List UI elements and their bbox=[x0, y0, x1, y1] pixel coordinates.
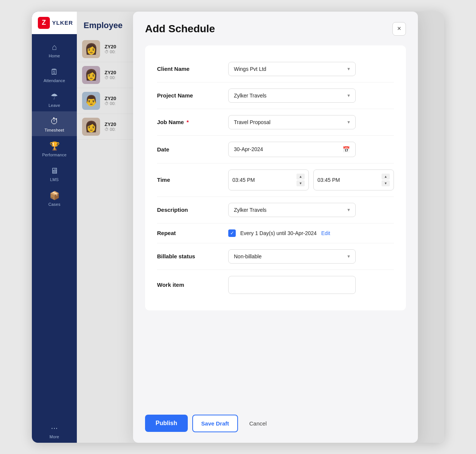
close-button[interactable]: × bbox=[392, 22, 406, 36]
project-name-control: Zylker Travels ▾ bbox=[228, 88, 394, 103]
time-label: Time bbox=[157, 177, 221, 183]
date-control: 30-Apr-2024 📅 bbox=[228, 142, 394, 157]
dialog-body: Client Name Wings Pvt Ltd ▾ Project Name bbox=[133, 42, 418, 407]
sidebar-item-label: LMS bbox=[50, 177, 58, 182]
leave-icon: ☂ bbox=[51, 92, 58, 102]
add-schedule-dialog: Add Schedule × Client Name Wings Pvt Ltd… bbox=[133, 12, 418, 443]
sidebar-item-label: Cases bbox=[48, 202, 60, 207]
sidebar-item-lms[interactable]: 🖥 LMS bbox=[32, 161, 77, 186]
timesheet-icon: ⏱ bbox=[50, 117, 58, 126]
time-start-spinners: ▲ ▼ bbox=[296, 174, 305, 186]
project-name-row: Project Name Zylker Travels ▾ bbox=[157, 82, 394, 109]
chevron-down-icon: ▾ bbox=[347, 253, 350, 259]
time-end-down-button[interactable]: ▼ bbox=[382, 180, 390, 186]
app-logo: Z YLKER bbox=[32, 12, 77, 34]
logo-name: YLKER bbox=[52, 19, 73, 26]
repeat-label: Repeat bbox=[157, 230, 221, 236]
time-group: 03:45 PM ▲ ▼ 03:45 PM bbox=[228, 169, 394, 190]
date-input[interactable]: 30-Apr-2024 📅 bbox=[228, 142, 356, 157]
job-name-value: Travel Proposal bbox=[234, 119, 271, 125]
work-item-label: Work item bbox=[157, 282, 221, 288]
dialog-header: Add Schedule × bbox=[133, 12, 418, 42]
time-start-field[interactable]: 03:45 PM ▲ ▼ bbox=[228, 169, 309, 190]
more-icon: ··· bbox=[51, 423, 58, 433]
cancel-button[interactable]: Cancel bbox=[242, 415, 274, 432]
sidebar-item-label: Home bbox=[49, 54, 60, 58]
repeat-row-inner: ✓ Every 1 Day(s) until 30-Apr-2024 Edit bbox=[228, 229, 394, 237]
billable-status-value: Non-billable bbox=[234, 253, 262, 259]
time-end-field[interactable]: 03:45 PM ▲ ▼ bbox=[313, 169, 394, 190]
client-name-label: Client Name bbox=[157, 66, 221, 72]
time-end-up-button[interactable]: ▲ bbox=[382, 174, 390, 180]
time-control: 03:45 PM ▲ ▼ 03:45 PM bbox=[228, 169, 394, 190]
dialog-footer: Publish Save Draft Cancel bbox=[133, 407, 418, 443]
repeat-checkbox[interactable]: ✓ bbox=[228, 229, 236, 237]
billable-status-row: Billable status Non-billable ▾ bbox=[157, 243, 394, 270]
home-icon: ⌂ bbox=[52, 42, 57, 52]
repeat-row: Repeat ✓ Every 1 Day(s) until 30-Apr-202… bbox=[157, 223, 394, 243]
repeat-control: ✓ Every 1 Day(s) until 30-Apr-2024 Edit bbox=[228, 229, 394, 237]
chevron-down-icon: ▾ bbox=[347, 119, 350, 125]
time-start-up-button[interactable]: ▲ bbox=[296, 174, 305, 180]
sidebar-item-timesheet[interactable]: ⏱ Timesheet bbox=[32, 111, 77, 136]
sidebar-item-label: Timesheet bbox=[45, 128, 64, 132]
job-name-row: Job Name * Travel Proposal ▾ bbox=[157, 109, 394, 136]
dialog-overlay: Add Schedule × Client Name Wings Pvt Ltd… bbox=[77, 12, 444, 443]
sidebar-item-home[interactable]: ⌂ Home bbox=[32, 37, 77, 62]
project-name-label: Project Name bbox=[157, 92, 221, 99]
job-name-control: Travel Proposal ▾ bbox=[228, 115, 394, 129]
repeat-text: Every 1 Day(s) until 30-Apr-2024 bbox=[240, 230, 317, 236]
billable-status-control: Non-billable ▾ bbox=[228, 249, 394, 264]
description-row: Description Zylker Travels ▾ bbox=[157, 197, 394, 223]
description-select[interactable]: Zylker Travels ▾ bbox=[228, 203, 356, 217]
project-name-select[interactable]: Zylker Travels ▾ bbox=[228, 88, 356, 103]
chevron-down-icon: ▾ bbox=[347, 93, 350, 98]
chevron-down-icon: ▾ bbox=[347, 66, 350, 72]
calendar-icon: 📅 bbox=[343, 146, 350, 153]
save-draft-button[interactable]: Save Draft bbox=[192, 415, 238, 432]
time-start-down-button[interactable]: ▼ bbox=[296, 180, 305, 186]
job-name-select[interactable]: Travel Proposal ▾ bbox=[228, 115, 356, 129]
repeat-edit-button[interactable]: Edit bbox=[321, 230, 330, 236]
cases-icon: 📦 bbox=[49, 191, 60, 201]
client-name-row: Client Name Wings Pvt Ltd ▾ bbox=[157, 56, 394, 82]
work-item-input[interactable] bbox=[228, 276, 356, 294]
sidebar-item-performance[interactable]: 🏆 Performance bbox=[32, 136, 77, 161]
attendance-icon: 🗓 bbox=[50, 67, 58, 77]
logo-icon: Z bbox=[38, 17, 50, 29]
main-content: Employee 👩 ZY20 ⏱ 00: 👩 ZY20 ⏱ 00: bbox=[77, 12, 444, 443]
sidebar-item-label: Performance bbox=[42, 153, 66, 157]
required-marker: * bbox=[185, 119, 189, 125]
chevron-down-icon: ▾ bbox=[347, 207, 350, 213]
sidebar-item-label: Leave bbox=[49, 103, 60, 108]
sidebar-item-more[interactable]: ··· More bbox=[32, 418, 77, 443]
time-row: Time 03:45 PM ▲ ▼ bbox=[157, 163, 394, 197]
sidebar-item-label: Attendance bbox=[43, 78, 65, 83]
form-card: Client Name Wings Pvt Ltd ▾ Project Name bbox=[145, 45, 406, 310]
sidebar-item-label: More bbox=[49, 435, 59, 439]
billable-status-select[interactable]: Non-billable ▾ bbox=[228, 249, 356, 264]
sidebar-item-leave[interactable]: ☂ Leave bbox=[32, 87, 77, 111]
lms-icon: 🖥 bbox=[50, 166, 58, 176]
time-end-spinners: ▲ ▼ bbox=[382, 174, 390, 186]
client-name-value: Wings Pvt Ltd bbox=[234, 66, 266, 72]
job-name-label: Job Name * bbox=[157, 119, 221, 125]
sidebar-item-cases[interactable]: 📦 Cases bbox=[32, 186, 77, 210]
publish-button[interactable]: Publish bbox=[145, 415, 188, 432]
sidebar: Z YLKER ⌂ Home 🗓 Attendance ☂ Leave ⏱ Ti… bbox=[32, 12, 77, 443]
client-name-select[interactable]: Wings Pvt Ltd ▾ bbox=[228, 62, 356, 76]
performance-icon: 🏆 bbox=[49, 141, 60, 151]
billable-status-label: Billable status bbox=[157, 253, 221, 259]
description-value: Zylker Travels bbox=[234, 207, 266, 213]
project-name-value: Zylker Travels bbox=[234, 93, 266, 99]
work-item-row: Work item bbox=[157, 270, 394, 300]
work-item-control bbox=[228, 276, 394, 294]
sidebar-nav: ⌂ Home 🗓 Attendance ☂ Leave ⏱ Timesheet … bbox=[32, 34, 77, 443]
sidebar-item-attendance[interactable]: 🗓 Attendance bbox=[32, 62, 77, 87]
date-value: 30-Apr-2024 bbox=[234, 146, 263, 152]
time-start-value: 03:45 PM bbox=[232, 177, 255, 183]
description-control: Zylker Travels ▾ bbox=[228, 203, 394, 217]
description-label: Description bbox=[157, 207, 221, 213]
date-row: Date 30-Apr-2024 📅 bbox=[157, 136, 394, 163]
date-label: Date bbox=[157, 146, 221, 153]
